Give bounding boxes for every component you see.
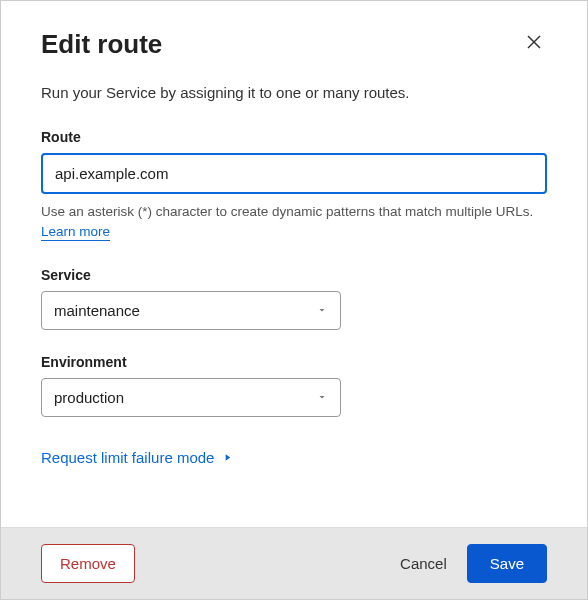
- route-help-prefix: Use an asterisk (*) character to create …: [41, 204, 533, 219]
- close-button[interactable]: [521, 29, 547, 58]
- close-icon: [525, 33, 543, 51]
- caret-right-icon: [222, 449, 233, 466]
- dialog-header: Edit route: [41, 29, 547, 60]
- route-field: Route Use an asterisk (*) character to c…: [41, 129, 547, 243]
- request-limit-label: Request limit failure mode: [41, 449, 214, 466]
- environment-select-wrapper: production: [41, 378, 341, 417]
- edit-route-dialog: Edit route Run your Service by assigning…: [0, 0, 588, 600]
- environment-select-value: production: [54, 389, 124, 406]
- environment-select[interactable]: production: [41, 378, 341, 417]
- environment-field: Environment production: [41, 354, 547, 417]
- caret-down-icon: [316, 302, 328, 319]
- request-limit-expand[interactable]: Request limit failure mode: [41, 449, 233, 466]
- environment-label: Environment: [41, 354, 547, 370]
- service-select-wrapper: maintenance: [41, 291, 341, 330]
- footer-right-group: Cancel Save: [400, 544, 547, 583]
- caret-down-icon: [316, 389, 328, 406]
- cancel-button[interactable]: Cancel: [400, 555, 447, 572]
- remove-button[interactable]: Remove: [41, 544, 135, 583]
- dialog-title: Edit route: [41, 29, 162, 60]
- service-label: Service: [41, 267, 547, 283]
- dialog-description: Run your Service by assigning it to one …: [41, 84, 547, 101]
- service-select[interactable]: maintenance: [41, 291, 341, 330]
- service-field: Service maintenance: [41, 267, 547, 330]
- save-button[interactable]: Save: [467, 544, 547, 583]
- route-input[interactable]: [41, 153, 547, 194]
- service-select-value: maintenance: [54, 302, 140, 319]
- route-help-text: Use an asterisk (*) character to create …: [41, 202, 547, 243]
- dialog-body: Edit route Run your Service by assigning…: [1, 1, 587, 527]
- dialog-footer: Remove Cancel Save: [1, 527, 587, 599]
- route-label: Route: [41, 129, 547, 145]
- learn-more-link[interactable]: Learn more: [41, 224, 110, 241]
